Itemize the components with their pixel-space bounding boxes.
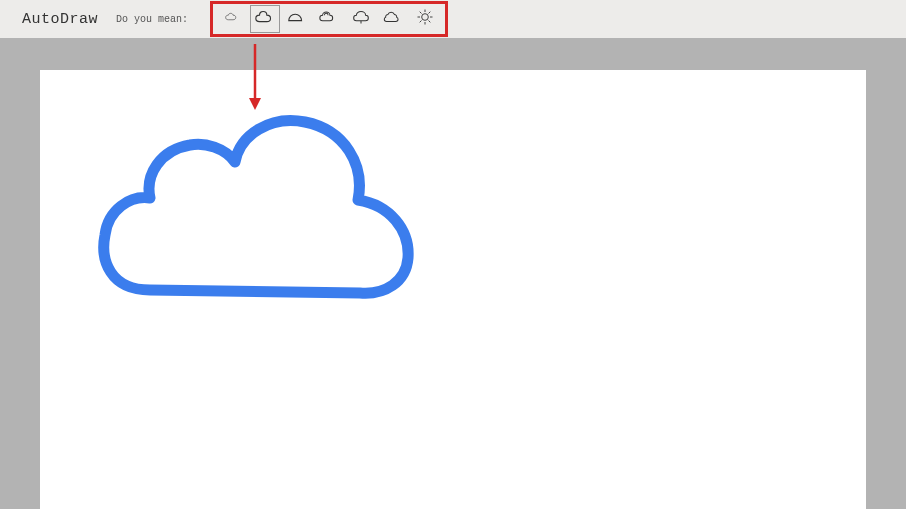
app-title: AutoDraw bbox=[22, 11, 98, 28]
canvas-cloud-drawing bbox=[90, 100, 420, 320]
cloud-tree-icon bbox=[350, 7, 372, 32]
cloud-puffy-icon bbox=[318, 7, 340, 32]
suggestion-cloud-puffy[interactable] bbox=[314, 5, 344, 33]
header-bar: AutoDraw Do you mean: bbox=[0, 0, 906, 38]
drawing-canvas[interactable] bbox=[40, 70, 866, 509]
sun-burst-icon bbox=[414, 7, 436, 32]
suggestion-cloud-bush[interactable] bbox=[378, 5, 408, 33]
suggestion-cloud-tree[interactable] bbox=[346, 5, 376, 33]
svg-line-5 bbox=[420, 11, 422, 13]
suggestion-cloud-outline[interactable] bbox=[250, 5, 280, 33]
cloud-bush-icon bbox=[382, 7, 404, 32]
annotation-arrow-icon bbox=[245, 42, 265, 112]
suggestion-sun-burst[interactable] bbox=[410, 5, 440, 33]
svg-marker-10 bbox=[249, 98, 261, 110]
suggestion-cloud-small[interactable] bbox=[218, 5, 248, 33]
svg-line-7 bbox=[420, 20, 422, 22]
suggestion-prompt-label: Do you mean: bbox=[116, 14, 188, 25]
svg-point-0 bbox=[422, 13, 429, 20]
suggestions-highlight-box bbox=[210, 1, 448, 37]
svg-line-6 bbox=[429, 20, 431, 22]
cloud-small-icon bbox=[222, 7, 244, 32]
cloud-outline-icon bbox=[254, 7, 276, 32]
suggestion-cloud-half[interactable] bbox=[282, 5, 312, 33]
svg-line-8 bbox=[429, 11, 431, 13]
cloud-half-icon bbox=[286, 7, 308, 32]
